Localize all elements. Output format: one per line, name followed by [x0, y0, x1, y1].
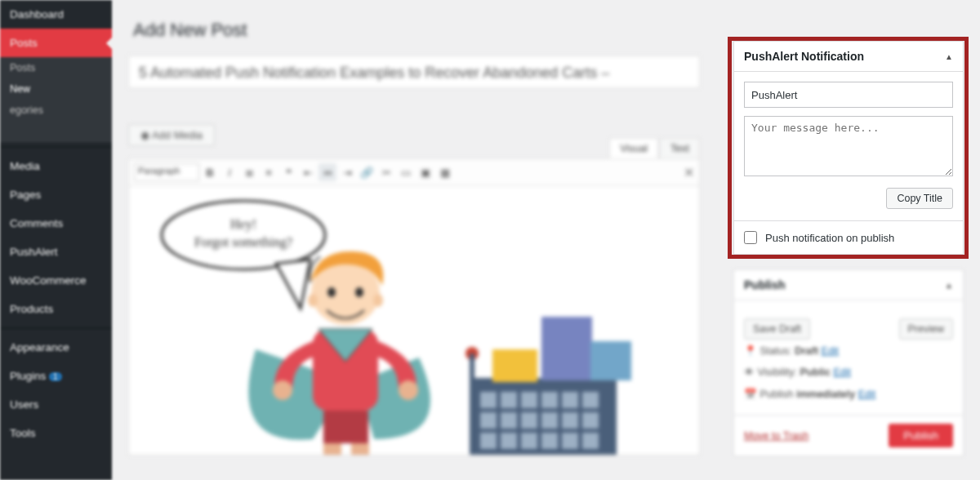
kitchen-sink-icon[interactable]: ▦	[436, 163, 454, 181]
publish-visibility-row: 👁 Visibility: Public Edit	[744, 362, 953, 383]
unlink-icon[interactable]: ✂	[377, 163, 395, 181]
list-ul-icon[interactable]: ≣	[240, 163, 258, 181]
quote-icon[interactable]: ❝	[279, 163, 297, 181]
panel-title-pushalert: PushAlert Notification	[744, 50, 864, 63]
svg-rect-32	[582, 433, 599, 449]
sidebar-item-plugins[interactable]: Plugins 1	[0, 362, 112, 390]
svg-rect-31	[562, 433, 578, 449]
tab-text[interactable]: Text	[660, 138, 700, 158]
italic-icon[interactable]: I	[220, 163, 238, 181]
svg-point-9	[355, 287, 363, 297]
svg-rect-20	[582, 392, 599, 408]
svg-rect-27	[480, 433, 497, 449]
edit-schedule-link[interactable]: Edit	[858, 389, 876, 400]
tab-visual[interactable]: Visual	[609, 138, 658, 158]
svg-rect-21	[480, 412, 497, 429]
svg-rect-15	[480, 392, 497, 408]
publish-status-row: 📍 Status: Draft Edit	[744, 340, 953, 362]
svg-point-6	[399, 380, 418, 400]
svg-rect-22	[501, 412, 517, 429]
speech-line1: Hey!	[230, 217, 256, 232]
page-title: Add New Post	[133, 20, 964, 41]
svg-rect-18	[541, 392, 558, 408]
speech-line2: Forgot something?	[194, 235, 292, 250]
edit-status-link[interactable]: Edit	[822, 345, 840, 357]
fullscreen-icon[interactable]: ▣	[416, 163, 434, 181]
list-ol-icon[interactable]: ≡	[260, 163, 278, 181]
sidebar-item-pages[interactable]: Pages	[0, 180, 112, 209]
preview-button[interactable]: Preview	[899, 318, 953, 340]
svg-rect-16	[501, 392, 517, 408]
sidebar-item-all-posts[interactable]: Posts	[0, 57, 112, 78]
push-on-publish-checkbox[interactable]	[744, 231, 757, 244]
paragraph-select[interactable]: Paragraph	[134, 163, 199, 181]
svg-rect-28	[501, 433, 517, 449]
svg-rect-4	[351, 443, 369, 456]
add-media-button[interactable]: ◉ Add Media	[128, 124, 215, 146]
admin-sidebar: Dashboard Posts Posts New egories Media …	[0, 0, 112, 480]
bold-icon[interactable]: B	[201, 163, 219, 181]
svg-point-5	[273, 380, 292, 400]
svg-rect-2	[323, 411, 368, 443]
sidebar-item-new-post[interactable]: New	[0, 78, 112, 100]
panel-title-publish: Publish	[744, 278, 786, 291]
svg-rect-17	[521, 392, 537, 408]
pushalert-title-input[interactable]	[744, 82, 953, 108]
pushalert-message-textarea[interactable]	[744, 116, 953, 176]
align-right-icon[interactable]: ⇥	[338, 163, 356, 181]
svg-point-8	[327, 287, 336, 297]
publish-schedule-row: 📅 Publish immediately Edit	[744, 383, 953, 405]
svg-point-11	[373, 294, 383, 307]
close-icon[interactable]: ✕	[684, 165, 694, 180]
align-left-icon[interactable]: ⇤	[299, 163, 317, 181]
panel-head-publish[interactable]: Publish ▲	[734, 270, 963, 300]
align-center-icon[interactable]: ⇔	[318, 163, 336, 181]
svg-point-10	[308, 294, 318, 307]
svg-rect-25	[562, 412, 578, 429]
readmore-icon[interactable]: ▭	[397, 163, 415, 181]
sidebar-item-appearance[interactable]: Appearance	[0, 333, 112, 362]
svg-rect-35	[590, 341, 631, 380]
panel-publish: Publish ▲ Save Draft Preview 📍 Status: D…	[733, 269, 964, 456]
sidebar-item-pushalert[interactable]: PushAlert	[0, 238, 112, 266]
tinymce-toolbar: Paragraph B I ≣ ≡ ❝ ⇤ ⇔ ⇥ 🔗 ✂ ▭ ▣ ▦ ✕	[128, 158, 700, 186]
svg-rect-23	[521, 412, 537, 429]
sidebar-item-posts[interactable]: Posts	[0, 29, 112, 57]
svg-rect-33	[492, 349, 537, 382]
sidebar-item-dashboard[interactable]: Dashboard	[0, 0, 112, 29]
publish-button[interactable]: Publish	[889, 424, 953, 447]
panel-pushalert: PushAlert Notification ▲ Copy Title Push…	[733, 41, 964, 255]
collapse-icon[interactable]: ▲	[945, 281, 953, 290]
svg-rect-26	[582, 412, 599, 429]
sidebar-item-users[interactable]: Users	[0, 390, 112, 419]
svg-rect-24	[541, 412, 558, 429]
sidebar-item-tools[interactable]: Tools	[0, 419, 112, 447]
move-to-trash-link[interactable]: Move to Trash	[744, 430, 808, 442]
svg-rect-30	[541, 433, 558, 449]
sidebar-item-woocommerce[interactable]: WooCommerce	[0, 266, 112, 295]
sidebar-item-categories[interactable]: egories	[0, 100, 112, 121]
push-on-publish-label: Push notification on publish	[765, 232, 894, 244]
svg-rect-19	[562, 392, 578, 408]
sidebar-item-products[interactable]: Products	[0, 295, 112, 323]
svg-rect-34	[541, 317, 592, 380]
editor-canvas[interactable]: Hey! Forgot something?	[128, 186, 700, 456]
panel-head-pushalert[interactable]: PushAlert Notification ▲	[734, 42, 963, 72]
post-title-input[interactable]: 5 Automated Push Notification Examples t…	[128, 56, 700, 88]
link-icon[interactable]: 🔗	[358, 163, 376, 181]
save-draft-button[interactable]: Save Draft	[744, 318, 810, 340]
sidebar-item-blank[interactable]	[0, 121, 112, 142]
copy-title-button[interactable]: Copy Title	[886, 188, 953, 209]
svg-rect-29	[521, 433, 537, 449]
edit-visibility-link[interactable]: Edit	[833, 367, 851, 378]
collapse-icon[interactable]: ▲	[945, 52, 953, 61]
svg-rect-3	[323, 443, 341, 456]
sidebar-item-comments[interactable]: Comments	[0, 209, 112, 238]
sidebar-item-media[interactable]: Media	[0, 152, 112, 180]
